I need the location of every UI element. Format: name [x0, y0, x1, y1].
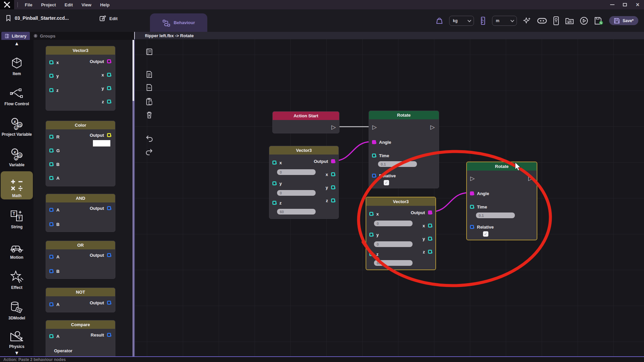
- template-node-compare[interactable]: Compare A Result Operator: [46, 320, 115, 356]
- template-node-vector3[interactable]: Vector3 x y z Output x y z: [46, 46, 115, 111]
- menu-view[interactable]: View: [77, 0, 96, 9]
- menu-file[interactable]: File: [20, 0, 37, 9]
- menu-help[interactable]: Help: [96, 0, 114, 9]
- redo-button[interactable]: [144, 146, 154, 157]
- output-port[interactable]: [107, 100, 111, 104]
- category-motion[interactable]: Motion: [1, 233, 33, 261]
- node-vector3-2[interactable]: Vector3 Output x 0 x y y 0 z z 60: [366, 197, 436, 270]
- input-port[interactable]: [49, 208, 53, 212]
- y-value-field[interactable]: 0: [374, 241, 413, 247]
- menu-edit[interactable]: Edit: [60, 0, 77, 9]
- close-button[interactable]: ×: [631, 0, 644, 9]
- node-rotate-1[interactable]: Rotate ▷ ▷ Angle Time 0.1 Relative ✓: [369, 111, 439, 188]
- output-port[interactable]: [107, 59, 111, 63]
- y-input-port[interactable]: [272, 181, 276, 185]
- template-node-not[interactable]: NOT A Output: [46, 288, 115, 312]
- category-string[interactable]: T T String: [1, 202, 33, 231]
- save-button[interactable]: Save*: [609, 16, 638, 25]
- node-action-start[interactable]: Action Start ▷: [272, 111, 339, 133]
- x-output-port[interactable]: [428, 224, 432, 228]
- category-math[interactable]: Math: [1, 171, 33, 199]
- output-port[interactable]: [107, 253, 111, 257]
- input-port[interactable]: [49, 60, 53, 64]
- input-port[interactable]: [49, 255, 53, 259]
- tab-library[interactable]: Library: [1, 32, 30, 40]
- flow-in-port[interactable]: ▷: [372, 124, 377, 130]
- category-project-variable[interactable]: x @ y Project Variable: [1, 110, 33, 138]
- maximize-button[interactable]: [619, 0, 631, 9]
- category-variable[interactable]: x @ y Variable: [1, 140, 33, 169]
- category-flow-control[interactable]: Flow Control: [1, 79, 33, 108]
- x-output-port[interactable]: [331, 172, 335, 176]
- menu-project[interactable]: Project: [37, 0, 60, 9]
- relative-input-port[interactable]: [470, 225, 474, 229]
- length-unit-select[interactable]: m: [492, 16, 517, 26]
- y-output-port[interactable]: [428, 237, 432, 241]
- flow-out-port[interactable]: ▷: [331, 124, 336, 130]
- relative-input-port[interactable]: [372, 174, 376, 178]
- category-item[interactable]: Item: [1, 49, 33, 77]
- flow-out-port[interactable]: ▷: [430, 124, 435, 130]
- angle-input-port[interactable]: [470, 191, 474, 195]
- category-3dmodel[interactable]: 3DModel: [1, 294, 33, 322]
- time-input-port[interactable]: [470, 205, 474, 209]
- z-value-field[interactable]: 60: [277, 209, 316, 215]
- tab-groups[interactable]: Groups: [30, 32, 59, 40]
- flow-in-port[interactable]: ▷: [470, 176, 475, 181]
- angle-input-port[interactable]: [372, 140, 376, 144]
- y-output-port[interactable]: [331, 185, 335, 189]
- tab-behaviour[interactable]: Behaviour: [150, 13, 207, 32]
- x-value-field[interactable]: 0: [374, 221, 413, 226]
- output-port[interactable]: [107, 301, 111, 305]
- time-value-field[interactable]: 0.1: [476, 213, 515, 218]
- x-input-port[interactable]: [369, 212, 373, 216]
- x-value-field[interactable]: 0: [277, 169, 316, 175]
- z-input-port[interactable]: [272, 201, 276, 205]
- device-preview-button[interactable]: [553, 16, 559, 25]
- mass-unit-select[interactable]: kg: [449, 16, 474, 26]
- input-port[interactable]: [49, 269, 53, 273]
- canvas-grid[interactable]: Action Start ▷ Rotate ▷ ▷ Angle Time 0.1…: [134, 39, 644, 356]
- y-input-port[interactable]: [369, 233, 373, 237]
- relative-checkbox[interactable]: ✓: [483, 231, 488, 237]
- notebook-button[interactable]: [144, 47, 154, 57]
- cut-button[interactable]: [144, 83, 154, 93]
- input-port[interactable]: [49, 88, 53, 92]
- output-port[interactable]: [428, 210, 432, 215]
- input-port[interactable]: [49, 222, 53, 226]
- minimize-button[interactable]: [606, 0, 619, 9]
- node-rotate-2[interactable]: Rotate ▷ ▷ Angle Time 0.1 Relative ✓: [466, 162, 537, 240]
- time-input-port[interactable]: [372, 154, 376, 158]
- rail-scroll-up[interactable]: ▲: [0, 41, 34, 46]
- z-input-port[interactable]: [369, 252, 373, 256]
- time-value-field[interactable]: 0.1: [378, 161, 417, 167]
- rail-scroll-down[interactable]: ▼: [0, 350, 34, 356]
- document-title-group[interactable]: 03_Pinball_Starter.ccd...: [5, 15, 69, 21]
- template-node-or[interactable]: OR A B Output: [46, 241, 115, 279]
- edit-button[interactable]: Edit: [99, 15, 118, 22]
- ai-sparkle-button[interactable]: [523, 16, 531, 25]
- z-output-port[interactable]: [331, 198, 335, 202]
- output-port[interactable]: [107, 73, 111, 77]
- project-settings-button[interactable]: [565, 17, 574, 25]
- undo-button[interactable]: [144, 133, 154, 143]
- output-port[interactable]: [107, 133, 111, 137]
- input-port[interactable]: [49, 176, 53, 180]
- delete-button[interactable]: [144, 110, 154, 120]
- x-input-port[interactable]: [272, 161, 276, 165]
- z-output-port[interactable]: [428, 250, 432, 254]
- y-value-field[interactable]: 0: [277, 190, 316, 196]
- input-port[interactable]: [49, 162, 53, 166]
- input-port[interactable]: [49, 135, 53, 139]
- node-vector3-1[interactable]: Vector3 Output x 0 x y y 0 z z 60: [269, 146, 339, 219]
- output-port[interactable]: [107, 206, 111, 210]
- template-node-color[interactable]: Color R G B A Output: [46, 121, 115, 186]
- input-port[interactable]: [49, 148, 53, 153]
- category-effect[interactable]: Effect: [1, 263, 33, 291]
- color-swatch[interactable]: [93, 140, 110, 146]
- input-port[interactable]: [49, 302, 53, 306]
- flow-out-port[interactable]: ▷: [528, 176, 533, 181]
- output-port[interactable]: [107, 86, 111, 90]
- template-node-and[interactable]: AND A B Output: [46, 194, 115, 232]
- relative-checkbox[interactable]: ✓: [384, 180, 389, 185]
